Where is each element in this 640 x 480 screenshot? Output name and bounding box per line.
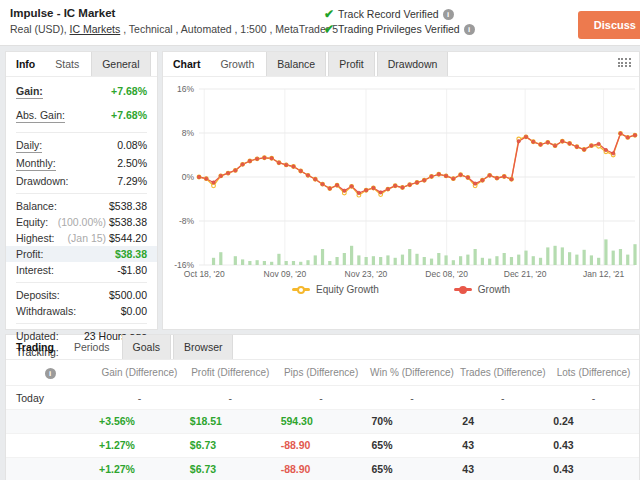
legend-marker-icon <box>292 288 310 291</box>
info-icon[interactable]: i <box>45 368 56 379</box>
divider <box>16 132 147 133</box>
table-cell: - <box>367 392 458 404</box>
stat-value: $38.38 <box>115 248 147 260</box>
svg-text:-16%: -16% <box>174 260 194 270</box>
svg-text:0%: 0% <box>182 172 195 182</box>
tab-balance[interactable]: Balance <box>266 52 326 76</box>
stat-row-daily: Daily:0.08% <box>16 137 147 155</box>
page-title: Impulse - IC Market <box>10 7 630 19</box>
stat-row-gain: Gain:+7.68% <box>16 80 147 104</box>
svg-text:Nov 23, '20: Nov 23, '20 <box>345 269 388 279</box>
col-lots: Lots (Difference) <box>548 367 639 378</box>
table-cell: - <box>94 392 185 404</box>
stat-label: Drawdown: <box>16 175 69 187</box>
stat-label: Profit: <box>16 248 43 260</box>
info-icon[interactable]: i <box>443 9 454 20</box>
divider <box>16 193 147 194</box>
col-gain: Gain (Difference) <box>94 367 185 378</box>
subtitle-prefix: Real (USD), <box>10 23 70 35</box>
table-info-icon-cell: i <box>6 367 94 379</box>
svg-text:16%: 16% <box>177 84 194 94</box>
divider <box>16 282 147 283</box>
svg-text:Oct 18, '20: Oct 18, '20 <box>184 269 225 279</box>
stat-value: +7.68% <box>111 85 147 97</box>
stat-row-equity: Equity:(100.00%) $538.38 <box>16 214 147 230</box>
stat-value: 7.29% <box>117 175 147 187</box>
stat-row-withdrawals: Withdrawals:$0.00 <box>16 303 147 319</box>
stat-value: $500.00 <box>109 289 147 301</box>
table-cell: - <box>185 392 276 404</box>
tab-info[interactable]: Info <box>6 52 45 76</box>
stat-label: Withdrawals: <box>16 305 76 317</box>
stat-value: $0.00 <box>121 305 147 317</box>
col-win: Win % (Difference) <box>367 367 458 378</box>
table-cell: - <box>548 392 639 404</box>
tab-profit[interactable]: Profit <box>328 52 375 76</box>
tab-general[interactable]: General <box>91 52 150 76</box>
chart-panel: Chart Growth Balance Profit Drawdown Oct… <box>162 51 640 330</box>
table-cell: 0.43 (-0.50) <box>548 458 639 480</box>
table-cell: 43 (-50) <box>457 458 548 480</box>
stat-row-deposits: Deposits:$500.00 <box>16 287 147 303</box>
table-row-this-month: This Month+1.27% (-6.81%)$6.73 (-$33.01)… <box>6 434 639 458</box>
info-icon[interactable]: i <box>464 24 475 35</box>
info-panel-tabs: Info Stats General <box>6 52 157 77</box>
svg-text:-8%: -8% <box>179 216 195 226</box>
tab-drawdown[interactable]: Drawdown <box>377 52 449 76</box>
stat-value: (100.00%) $538.38 <box>58 216 147 228</box>
tab-stats[interactable]: Stats <box>45 52 89 76</box>
stat-label: Gain: <box>16 85 43 99</box>
tab-growth[interactable]: Growth <box>210 52 264 76</box>
badge-label: Track Record Verified <box>338 8 439 20</box>
stat-value-prefix: (Jan 15) <box>68 232 109 244</box>
tab-trading[interactable]: Trading <box>6 335 64 359</box>
periods-panel: Trading Periods Goals Browser i Gain (Di… <box>5 334 640 480</box>
svg-text:Dec 08, '20: Dec 08, '20 <box>425 269 468 279</box>
trading-privileges-badge: ✔ Trading Privileges Verified i <box>324 23 475 35</box>
stat-row-balance: Balance:$538.38 <box>16 198 147 214</box>
stat-label: Balance: <box>16 200 57 212</box>
tab-browser[interactable]: Browser <box>173 335 234 359</box>
stat-label: Highest: <box>16 232 55 244</box>
stat-row-interest: Interest:-$1.80 <box>16 262 147 278</box>
broker-link[interactable]: IC Markets <box>70 23 121 35</box>
svg-text:8%: 8% <box>182 128 195 138</box>
growth-chart[interactable]: Oct 18, '20Nov 09, '20Nov 23, '20Dec 08,… <box>163 80 640 283</box>
col-pips: Pips (Difference) <box>276 367 367 378</box>
discuss-button[interactable]: Discuss <box>578 11 640 39</box>
title-block: Impulse - IC Market Real (USD), IC Marke… <box>10 7 630 35</box>
stat-row-drawdown: Drawdown:7.29% <box>16 173 147 189</box>
stat-label: Interest: <box>16 264 54 276</box>
subtitle-suffix: , Technical , Automated , 1:500 , MetaTr… <box>120 23 338 35</box>
tab-goals[interactable]: Goals <box>122 335 171 359</box>
divider <box>16 323 147 324</box>
legend-label: Equity Growth <box>316 284 379 295</box>
table-cell: 65% (+3%) <box>367 458 458 480</box>
stat-value: (Jan 15) $544.20 <box>68 232 147 244</box>
account-subtitle: Real (USD), IC Markets , Technical , Aut… <box>10 23 630 35</box>
legend-item[interactable]: Growth <box>454 284 510 295</box>
table-cell: - <box>276 392 367 404</box>
info-panel: Info Stats General Gain:+7.68%Abs. Gain:… <box>5 51 158 330</box>
stat-label: Daily: <box>16 139 42 153</box>
stat-row-abs-gain: Abs. Gain:+7.68% <box>16 104 147 128</box>
stat-label: Abs. Gain: <box>16 109 65 123</box>
stat-label: Monthly: <box>16 157 56 171</box>
stat-value-prefix: (100.00%) <box>58 216 109 228</box>
chart-menu-icon[interactable] <box>618 58 631 67</box>
svg-text:Nov 09, '20: Nov 09, '20 <box>264 269 307 279</box>
col-profit: Profit (Difference) <box>185 367 276 378</box>
tab-chart[interactable]: Chart <box>163 52 210 76</box>
svg-text:Dec 21, '20: Dec 21, '20 <box>504 269 547 279</box>
col-trades: Trades (Difference) <box>457 367 548 378</box>
table-cell: $6.73 (-$24.92) <box>185 458 276 480</box>
legend-item[interactable]: Equity Growth <box>292 284 379 295</box>
table-cell: - <box>457 392 548 404</box>
account-header: Impulse - IC Market Real (USD), IC Marke… <box>0 0 640 46</box>
stat-value: $538.38 <box>109 200 147 212</box>
stat-value: 0.08% <box>117 139 147 151</box>
badge-label: Trading Privileges Verified <box>338 23 460 35</box>
check-icon: ✔ <box>324 9 334 19</box>
table-cell: +1.27% (-5.06%) <box>94 458 185 480</box>
tab-periods[interactable]: Periods <box>64 335 120 359</box>
